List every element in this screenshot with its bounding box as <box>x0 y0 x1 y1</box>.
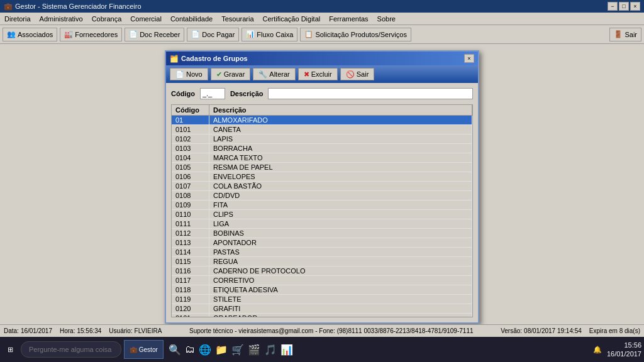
cell-codigo: 0104 <box>172 153 209 162</box>
modal-title-bar: 🗂️ Cadastro de Grupos × <box>166 52 478 65</box>
taskbar-clock: 15:56 16/01/2017 <box>607 341 641 359</box>
restore-button[interactable]: □ <box>619 2 629 11</box>
modal-toolbar: 📄 Novo ✔ Gravar 🔧 Alterar ✖ Excluir 🚫 <box>166 65 478 83</box>
taskbar-app-gestor[interactable]: 💼 Gestor <box>124 340 164 359</box>
table-row[interactable]: 0106 ENVELOPES <box>172 172 472 182</box>
cell-descricao: CADERNO DE PROTOCOLO <box>209 266 472 275</box>
cell-descricao: LAPIS <box>209 134 472 143</box>
table-header: Código Descrição <box>172 105 472 116</box>
menu-administrativo[interactable]: Administrativo <box>38 14 85 23</box>
table-row[interactable]: 0107 COLA BASTÃO <box>172 182 472 191</box>
alterar-button[interactable]: 🔧 Alterar <box>253 68 295 80</box>
taskbar-icon-1[interactable]: 🔍 <box>169 344 181 356</box>
fluxo-caixa-button[interactable]: 📊 Fluxo Caixa <box>242 28 297 41</box>
sair-main-button[interactable]: 🚪 Sair <box>609 28 641 41</box>
header-descricao[interactable]: Descrição <box>209 105 472 115</box>
modal-icon: 🗂️ <box>170 55 179 63</box>
associados-button[interactable]: 👥 Associados <box>3 28 57 41</box>
cell-codigo: 0116 <box>172 266 209 275</box>
cell-descricao: CANETA <box>209 125 472 134</box>
menu-diretoria[interactable]: Diretoria <box>3 14 33 23</box>
taskbar-icon-4[interactable]: 📁 <box>215 344 228 356</box>
menu-cobranca[interactable]: Cobrança <box>90 14 124 23</box>
table-row[interactable]: 0113 APONTADOR <box>172 238 472 248</box>
header-codigo[interactable]: Código <box>172 105 209 115</box>
usuario-value: FLVIEIRA <box>135 327 162 334</box>
table-row[interactable]: 01 ALMOXARIFADO <box>172 116 472 125</box>
table-row[interactable]: 0117 CORRETIVO <box>172 276 472 285</box>
taskbar-icon-2[interactable]: 🗂 <box>185 344 195 355</box>
gravar-button[interactable]: ✔ Gravar <box>211 68 251 80</box>
taskbar-icon-7[interactable]: 🎵 <box>264 344 277 356</box>
modal-close-button[interactable]: × <box>464 54 474 63</box>
table-row[interactable]: 0109 FITA <box>172 200 472 210</box>
table-row[interactable]: 0101 CANETA <box>172 125 472 134</box>
cell-descricao: STILETE <box>209 295 472 304</box>
table-row[interactable]: 0112 BOBINAS <box>172 229 472 238</box>
taskbar-notification-icon[interactable]: 🔔 <box>593 346 602 354</box>
menu-contabilidade[interactable]: Contabilidade <box>169 14 214 23</box>
app-icon: 💼 <box>4 3 13 11</box>
minimize-button[interactable]: − <box>608 2 618 11</box>
main-content: 🗂️ Cadastro de Grupos × 📄 Novo ✔ Gravar … <box>0 44 644 334</box>
cell-codigo: 0109 <box>172 200 209 209</box>
descricao-input[interactable] <box>268 88 473 99</box>
table-row[interactable]: 0121 GRAPEADOR <box>172 314 472 317</box>
title-bar-controls: − □ × <box>608 2 640 11</box>
menu-ferramentas[interactable]: Ferramentas <box>327 14 370 23</box>
cell-codigo: 0114 <box>172 248 209 256</box>
windows-icon: ⊞ <box>8 346 13 354</box>
menu-certificacao[interactable]: Certificação Digital <box>261 14 323 23</box>
cell-codigo: 0106 <box>172 172 209 181</box>
data-value: 16/01/2017 <box>21 327 52 334</box>
modal-form: Código Descrição <box>166 83 478 104</box>
table-row[interactable]: 0103 BORRACHA <box>172 144 472 153</box>
excluir-button[interactable]: ✖ Excluir <box>298 68 338 80</box>
table-row[interactable]: 0108 CD/DVD <box>172 191 472 200</box>
cell-descricao: PASTAS <box>209 248 472 256</box>
doc-receber-button[interactable]: 📄 Doc Receber <box>125 28 184 41</box>
table-row[interactable]: 0115 REGUA <box>172 257 472 266</box>
menu-tesouraria[interactable]: Tesouraria <box>219 14 255 23</box>
app-title: Gestor - Sistema Gerenciador Financeiro <box>15 3 142 10</box>
fornecedores-button[interactable]: 🏭 Fornecedores <box>60 28 122 41</box>
main-toolbar: 👥 Associados 🏭 Fornecedores 📄 Doc Recebe… <box>0 25 644 44</box>
doc-pagar-button[interactable]: 📄 Doc Pagar <box>187 28 239 41</box>
close-button[interactable]: × <box>630 2 640 11</box>
table-row[interactable]: 0119 STILETE <box>172 295 472 304</box>
sair-modal-button[interactable]: 🚫 Sair <box>340 68 375 80</box>
cell-codigo: 0117 <box>172 276 209 285</box>
table-row[interactable]: 0120 GRAFITI <box>172 304 472 314</box>
sair-main-icon: 🚪 <box>614 30 623 38</box>
codigo-input[interactable] <box>200 88 225 99</box>
codigo-label: Código <box>171 90 195 97</box>
taskbar-icon-8[interactable]: 📊 <box>280 344 293 356</box>
taskbar-icon-5[interactable]: 🛒 <box>231 344 244 356</box>
start-button[interactable]: ⊞ <box>3 343 18 356</box>
table-row[interactable]: 0110 CLIPS <box>172 210 472 219</box>
data-label: Data: <box>4 327 19 334</box>
taskbar-icon-6[interactable]: 🎬 <box>248 344 260 356</box>
novo-button[interactable]: 📄 Novo <box>170 68 208 80</box>
table-row[interactable]: 0105 RESMA DE PAPEL <box>172 163 472 172</box>
modal-cadastro-grupos: 🗂️ Cadastro de Grupos × 📄 Novo ✔ Gravar … <box>165 50 479 324</box>
taskbar-app-label: 💼 Gestor <box>130 346 158 353</box>
table-row[interactable]: 0118 ETIQUETA ADESIVA <box>172 285 472 295</box>
cell-descricao: RESMA DE PAPEL <box>209 163 472 172</box>
table-row[interactable]: 0102 LAPIS <box>172 134 472 144</box>
cell-codigo: 0112 <box>172 229 209 238</box>
menu-sobre[interactable]: Sobre <box>375 14 397 23</box>
menu-comercial[interactable]: Comercial <box>128 14 164 23</box>
taskbar-icon-3[interactable]: 🌐 <box>199 344 211 356</box>
solicitacao-button[interactable]: 📋 Solicitação Produtos/Serviços <box>300 28 411 41</box>
table-row[interactable]: 0116 CADERNO DE PROTOCOLO <box>172 266 472 276</box>
hora-value: 15:56:34 <box>77 327 101 334</box>
table-row[interactable]: 0104 MARCA TEXTO <box>172 153 472 163</box>
taskbar-time-value: 15:56 <box>607 341 641 349</box>
cell-codigo: 0111 <box>172 219 209 228</box>
taskbar-search[interactable] <box>21 341 121 358</box>
table-row[interactable]: 0114 PASTAS <box>172 248 472 257</box>
table-row[interactable]: 0111 LIGA <box>172 219 472 229</box>
taskbar-date-value: 16/01/2017 <box>607 349 641 358</box>
usuario-label: Usuário: <box>109 327 132 334</box>
